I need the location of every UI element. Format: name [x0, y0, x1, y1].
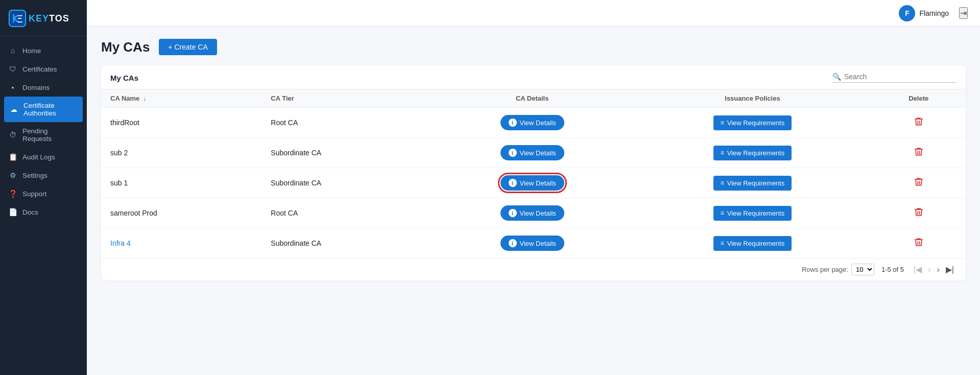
view-details-button[interactable]: i View Details: [500, 236, 564, 251]
sidebar-nav: ⌂ Home🛡 Certificates▪ Domains☁ Certifica…: [0, 36, 87, 375]
ca-name-text: sub 1: [110, 179, 128, 187]
sidebar-item-label: Home: [22, 47, 41, 55]
sidebar-item-certificates[interactable]: 🛡 Certificates: [0, 60, 87, 78]
sidebar-item-label: Pending Requests: [22, 127, 79, 143]
delete-button[interactable]: [914, 207, 924, 220]
delete-button[interactable]: [914, 237, 924, 250]
last-page-button[interactable]: ▶|: [943, 264, 957, 275]
search-input[interactable]: [844, 73, 957, 81]
view-details-button[interactable]: i View Details: [500, 175, 564, 191]
sidebar-item-certificate-authorities[interactable]: ☁ Certificate Authorities: [4, 97, 83, 122]
search-icon: 🔍: [832, 73, 841, 81]
rows-per-page-label: Rows per page:: [802, 266, 848, 273]
svg-rect-0: [9, 10, 26, 27]
delete-cell: [871, 168, 966, 198]
info-icon: i: [509, 119, 517, 127]
page-range: 1-5 of 5: [881, 266, 904, 273]
sidebar-item-label: Certificates: [22, 65, 57, 73]
logout-button[interactable]: ⇥: [959, 7, 968, 19]
ca-tier-cell: Subordinate CA: [261, 168, 431, 198]
view-requirements-button[interactable]: ≡ View Requirements: [713, 146, 792, 160]
table-body: thirdRoot Root CA i View Details ≡ View …: [101, 108, 966, 259]
sidebar-item-domains[interactable]: ▪ Domains: [0, 78, 87, 97]
create-ca-button[interactable]: + Create CA: [159, 39, 217, 55]
info-icon: i: [509, 209, 517, 217]
certificate-authorities-nav-icon: ☁: [9, 105, 18, 113]
view-details-button[interactable]: i View Details: [500, 145, 564, 160]
logo: KEYTOS: [0, 0, 87, 36]
trash-icon: [914, 116, 924, 127]
avatar: F: [899, 5, 915, 21]
ca-tier-cell: Subordinate CA: [261, 228, 431, 259]
ca-name-cell: Infra 4: [101, 228, 261, 259]
main-area: F Flamingo ⇥ My CAs + Create CA My CAs 🔍…: [87, 0, 980, 375]
view-requirements-button[interactable]: ≡ View Requirements: [713, 236, 792, 251]
cas-table: CA Name ↓ CA Tier CA Details Issuance Po…: [101, 89, 966, 258]
sort-icon: ↓: [144, 96, 147, 102]
view-requirements-button[interactable]: ≡ View Requirements: [713, 176, 792, 191]
table-row: Infra 4 Subordinate CA i View Details ≡ …: [101, 228, 966, 259]
issuance-policies-cell: ≡ View Requirements: [633, 228, 871, 259]
rows-per-page: Rows per page: 10 25 50: [802, 264, 874, 275]
next-page-button[interactable]: ›: [935, 264, 942, 275]
user-area: F Flamingo ⇥: [899, 5, 968, 21]
rows-per-page-select[interactable]: 10 25 50: [851, 264, 874, 275]
view-details-button[interactable]: i View Details: [500, 115, 564, 130]
logo-text: KEYTOS: [29, 13, 69, 24]
table-row: sub 2 Subordinate CA i View Details ≡ Vi…: [101, 138, 966, 168]
prev-page-button[interactable]: ‹: [925, 264, 933, 275]
sidebar-item-settings[interactable]: ⚙ Settings: [0, 166, 87, 184]
ca-name-cell: sameroot Prod: [101, 198, 261, 228]
table-row: sub 1 Subordinate CA i View Details ≡ Vi…: [101, 168, 966, 198]
trash-icon: [914, 237, 924, 247]
user-name: Flamingo: [919, 9, 949, 17]
delete-cell: [871, 228, 966, 259]
issuance-policies-cell: ≡ View Requirements: [633, 108, 871, 138]
info-icon: i: [509, 149, 517, 157]
ca-name-link[interactable]: Infra 4: [110, 239, 131, 247]
trash-icon: [914, 207, 924, 217]
table-row: thirdRoot Root CA i View Details ≡ View …: [101, 108, 966, 138]
sidebar-item-support[interactable]: ❓ Support: [0, 184, 87, 203]
pagination-buttons: |◀ ‹ › ▶|: [911, 264, 957, 275]
ca-details-cell: i View Details: [431, 108, 634, 138]
sidebar-item-audit-logs[interactable]: 📋 Audit Logs: [0, 148, 87, 166]
search-box: 🔍: [832, 73, 957, 83]
sidebar-item-home[interactable]: ⌂ Home: [0, 41, 87, 60]
list-icon: ≡: [721, 240, 724, 247]
sidebar-item-docs[interactable]: 📄 Docs: [0, 203, 87, 221]
view-details-button[interactable]: i View Details: [500, 205, 564, 221]
issuance-policies-cell: ≡ View Requirements: [633, 168, 871, 198]
sidebar-item-label: Support: [22, 190, 46, 198]
delete-button[interactable]: [914, 177, 924, 190]
ca-name-cell: sub 2: [101, 138, 261, 168]
ca-tier-cell: Root CA: [261, 108, 431, 138]
delete-button[interactable]: [914, 116, 924, 129]
col-ca-details: CA Details: [431, 89, 634, 108]
table-header-row: CA Name ↓ CA Tier CA Details Issuance Po…: [101, 89, 966, 108]
table-footer: Rows per page: 10 25 50 1-5 of 5 |◀ ‹ › …: [101, 258, 966, 280]
table-container: My CAs 🔍 CA Name ↓ CA Tier CA Details Is…: [101, 65, 966, 280]
sidebar-item-label: Audit Logs: [22, 153, 55, 161]
home-nav-icon: ⌂: [8, 46, 17, 55]
keytos-logo-icon: [8, 9, 27, 28]
ca-name-cell: sub 1: [101, 168, 261, 198]
ca-name-cell: thirdRoot: [101, 108, 261, 138]
list-icon: ≡: [721, 149, 724, 156]
pending-requests-nav-icon: ⏱: [8, 131, 17, 139]
col-ca-tier: CA Tier: [261, 89, 431, 108]
topbar: F Flamingo ⇥: [87, 0, 980, 27]
sidebar-item-label: Settings: [22, 172, 47, 179]
col-delete: Delete: [871, 89, 966, 108]
view-requirements-button[interactable]: ≡ View Requirements: [713, 115, 792, 130]
trash-icon: [914, 177, 924, 187]
first-page-button[interactable]: |◀: [911, 264, 924, 275]
ca-name-text: sameroot Prod: [110, 209, 157, 217]
list-icon: ≡: [721, 119, 724, 126]
ca-details-cell: i View Details: [431, 198, 634, 228]
info-icon: i: [509, 179, 517, 187]
delete-button[interactable]: [914, 147, 924, 159]
ca-name-text: thirdRoot: [110, 119, 139, 127]
view-requirements-button[interactable]: ≡ View Requirements: [713, 206, 792, 221]
sidebar-item-pending-requests[interactable]: ⏱ Pending Requests: [0, 122, 87, 148]
